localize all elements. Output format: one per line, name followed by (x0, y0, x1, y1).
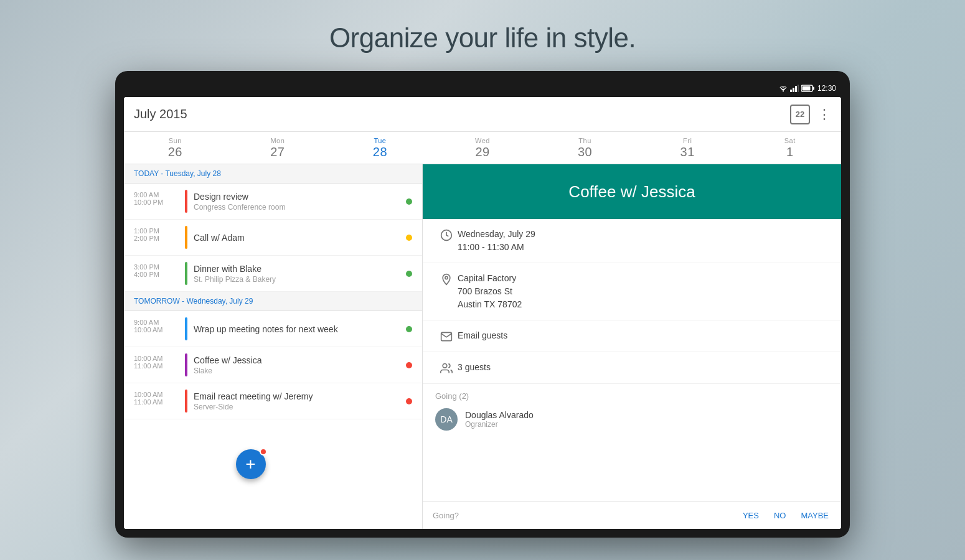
detail-location-name: Capital Factory (458, 272, 829, 285)
event-item[interactable]: 9:00 AM 10:00 PM Design review Congress … (124, 184, 422, 220)
event-name: Email react meeting w/ Jeremy (194, 391, 401, 401)
event-sub: St. Philip Pizza & Bakery (194, 275, 401, 284)
event-status-dot (406, 235, 412, 241)
tablet-frame: 12:30 July 2015 22 ⋮ Sun 26 Mon 27 Tue 2… (115, 71, 850, 538)
day-num: 31 (680, 144, 695, 159)
detail-datetime-text: Wednesday, July 29 11:00 - 11:30 AM (458, 228, 829, 254)
svg-rect-1 (790, 90, 792, 92)
detail-footer: Going? YES NO MAYBE (423, 502, 841, 529)
month-title: July 2015 (134, 107, 790, 121)
event-bar (185, 190, 187, 213)
event-status-dot (406, 362, 412, 368)
svg-rect-3 (795, 86, 797, 92)
day-label: Thu (578, 137, 591, 144)
fab-notification-dot (260, 448, 267, 455)
day-label: Sun (169, 137, 182, 144)
svg-point-10 (443, 364, 447, 368)
day-num: 26 (168, 144, 182, 159)
event-item[interactable]: 9:00 AM 10:00 AM Wrap up meeting notes f… (124, 311, 422, 347)
status-bar: 12:30 (124, 80, 841, 97)
event-info: Wrap up meeting notes for next week (194, 317, 401, 340)
day-num: 1 (786, 144, 794, 159)
event-status-dot (406, 398, 412, 404)
attendee-avatar: DA (435, 408, 458, 431)
svg-rect-6 (812, 87, 814, 90)
detail-date: Wednesday, July 29 (458, 228, 829, 241)
event-time: 9:00 AM 10:00 AM (134, 317, 179, 340)
event-item[interactable]: 1:00 PM 2:00 PM Call w/ Adam (124, 220, 422, 256)
event-item[interactable]: 3:00 PM 4:00 PM Dinner with Blake St. Ph… (124, 256, 422, 292)
event-bar (185, 317, 187, 340)
detail-event-title: Coffee w/ Jessica (568, 182, 695, 202)
main-content: TODAY - Tuesday, July 28 9:00 AM 10:00 P… (124, 164, 841, 529)
maybe-button[interactable]: MAYBE (798, 508, 831, 523)
svg-rect-4 (798, 85, 799, 92)
day-label: Wed (475, 137, 490, 144)
detail-time: 11:00 - 11:30 AM (458, 241, 829, 254)
event-name: Design review (194, 192, 401, 202)
day-label: Fri (683, 137, 692, 144)
event-time: 10:00 AM 11:00 AM (134, 390, 179, 413)
battery-icon (801, 85, 815, 92)
detail-guests-text: 3 guests (458, 361, 829, 374)
fab-container: + (124, 419, 422, 464)
event-status-dot (406, 198, 412, 205)
event-sub: Slake (194, 366, 401, 375)
calendar-app: July 2015 22 ⋮ Sun 26 Mon 27 Tue 28 Wed … (124, 97, 841, 529)
event-bar (185, 262, 187, 285)
event-sub: Server-Side (194, 403, 401, 411)
day-num: 29 (475, 144, 489, 159)
day-col-31[interactable]: Fri 31 (636, 132, 739, 164)
more-options-icon[interactable]: ⋮ (817, 106, 831, 123)
event-info: Call w/ Adam (194, 226, 401, 249)
tomorrow-section-header: TOMORROW - Wednesday, July 29 (124, 292, 422, 311)
day-header-row: Sun 26 Mon 27 Tue 28 Wed 29 Thu 30 Fri 3… (124, 132, 841, 164)
event-item[interactable]: 10:00 AM 11:00 AM Email react meeting w/… (124, 383, 422, 419)
day-col-28[interactable]: Tue 28 (329, 132, 431, 164)
day-col-27[interactable]: Mon 27 (227, 132, 329, 164)
day-label: Mon (270, 137, 285, 144)
day-label: Tue (374, 137, 386, 144)
day-label: Sat (784, 137, 796, 144)
top-bar: July 2015 22 ⋮ (124, 97, 841, 132)
attendee-role: Ogranizer (465, 420, 534, 429)
day-col-30[interactable]: Thu 30 (534, 132, 636, 164)
email-icon (435, 329, 458, 343)
add-event-fab[interactable]: + (236, 449, 266, 479)
event-time: 9:00 AM 10:00 PM (134, 190, 179, 213)
detail-email-row[interactable]: Email guests (423, 320, 841, 352)
event-info: Email react meeting w/ Jeremy Server-Sid… (194, 390, 401, 413)
event-status-dot (406, 271, 412, 277)
attendee-row: DA Douglas Alvarado Ogranizer (435, 406, 829, 433)
event-info: Dinner with Blake St. Philip Pizza & Bak… (194, 262, 401, 285)
svg-point-0 (783, 91, 784, 92)
event-list-panel[interactable]: TODAY - Tuesday, July 28 9:00 AM 10:00 P… (124, 164, 423, 529)
status-icons: 12:30 (779, 84, 836, 93)
event-item[interactable]: 10:00 AM 11:00 AM Coffee w/ Jessica Slak… (124, 347, 422, 383)
day-col-1[interactable]: Sat 1 (738, 132, 841, 164)
event-name: Dinner with Blake (194, 264, 401, 274)
event-name: Call w/ Adam (194, 233, 401, 243)
event-time: 3:00 PM 4:00 PM (134, 262, 179, 285)
signal-icon (790, 85, 799, 92)
going-section: Going (2) DA Douglas Alvarado Ogranizer (423, 384, 841, 441)
day-num: 28 (373, 144, 387, 159)
detail-location-city: Austin TX 78702 (458, 298, 829, 311)
day-col-29[interactable]: Wed 29 (431, 132, 534, 164)
event-bar (185, 226, 187, 249)
event-info: Design review Congress Conference room (194, 190, 401, 213)
going-question: Going? (433, 511, 740, 520)
day-col-26[interactable]: Sun 26 (124, 132, 227, 164)
event-detail-panel: Coffee w/ Jessica (423, 164, 841, 529)
clock: 12:30 (817, 84, 836, 93)
svg-rect-2 (793, 88, 794, 92)
today-section-header: TODAY - Tuesday, July 28 (124, 164, 422, 184)
detail-guests-count: 3 guests (458, 361, 829, 374)
detail-guests-row: 3 guests (423, 352, 841, 384)
yes-button[interactable]: YES (740, 508, 761, 523)
svg-point-9 (445, 276, 448, 279)
day-num: 30 (578, 144, 592, 159)
no-button[interactable]: NO (771, 508, 789, 523)
calendar-today-button[interactable]: 22 (790, 105, 810, 124)
wifi-icon (779, 85, 788, 92)
